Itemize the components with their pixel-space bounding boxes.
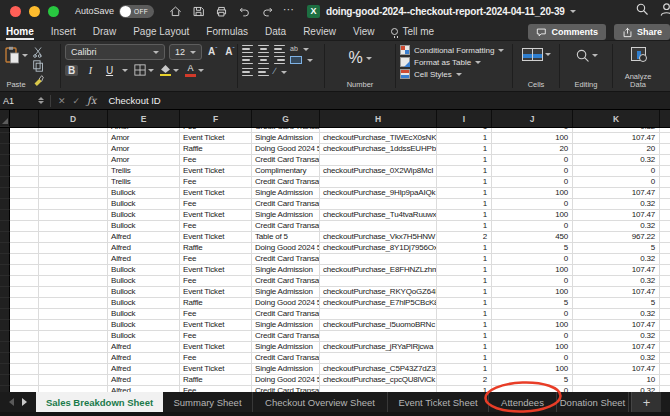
row-header[interactable]: [0, 188, 10, 199]
conditional-formatting-button[interactable]: Conditional Formatting: [400, 45, 508, 55]
cell-c[interactable]: [10, 276, 39, 287]
cell-d[interactable]: [39, 243, 108, 254]
cell-i[interactable]: 1: [437, 199, 492, 210]
cell-e[interactable]: Alfred: [108, 232, 180, 243]
cell-h[interactable]: checkoutPurchase_1ddssEUHPbI: [320, 144, 437, 155]
cell-i[interactable]: 1: [437, 243, 492, 254]
row-header[interactable]: [0, 309, 10, 320]
cell-h[interactable]: [320, 309, 437, 320]
percent-style-button[interactable]: %: [348, 49, 371, 67]
column-header-d[interactable]: D: [39, 110, 108, 127]
cell-f[interactable]: Fee: [180, 177, 252, 188]
sheet-tab-attendees[interactable]: Attendees: [489, 392, 557, 412]
font-name-select[interactable]: Calibri: [65, 44, 165, 60]
borders-button[interactable]: [134, 64, 154, 76]
cell-j[interactable]: 0: [492, 254, 573, 265]
cell-f[interactable]: Event Ticket: [180, 342, 252, 353]
orientation-icon[interactable]: ∕: [274, 66, 276, 76]
cell-g[interactable]: Single Admission: [252, 287, 320, 298]
cell-l[interactable]: [660, 166, 670, 177]
cell-d[interactable]: [39, 133, 108, 144]
cell-h[interactable]: [320, 276, 437, 287]
cell-e[interactable]: Bullock: [108, 188, 180, 199]
previous-sheet-icon[interactable]: [9, 398, 14, 406]
cell-l[interactable]: [660, 276, 670, 287]
row-header[interactable]: [0, 221, 10, 232]
cell-h[interactable]: [320, 353, 437, 364]
row-header[interactable]: [0, 331, 10, 342]
cell-d[interactable]: [39, 364, 108, 375]
bold-button[interactable]: B: [65, 65, 78, 76]
cell-d[interactable]: [39, 166, 108, 177]
cell-c[interactable]: [10, 144, 39, 155]
cell-e[interactable]: Alfred: [108, 342, 180, 353]
cell-j[interactable]: 5: [492, 243, 573, 254]
cell-j[interactable]: 0: [492, 177, 573, 188]
cell-l[interactable]: [660, 298, 670, 309]
cell-l[interactable]: [660, 353, 670, 364]
cell-l[interactable]: [660, 232, 670, 243]
minimize-window-button[interactable]: [29, 6, 40, 17]
row-header[interactable]: [0, 342, 10, 353]
align-left-icon[interactable]: [242, 56, 253, 64]
row-header[interactable]: [0, 144, 10, 155]
cell-j[interactable]: 0: [492, 309, 573, 320]
cell-g[interactable]: Single Admission: [252, 210, 320, 221]
cell-j[interactable]: 100: [492, 287, 573, 298]
cell-f[interactable]: Fee: [180, 254, 252, 265]
row-header[interactable]: [0, 166, 10, 177]
cell-j[interactable]: 0: [492, 221, 573, 232]
cell-f[interactable]: Event Ticket: [180, 320, 252, 331]
cell-j[interactable]: 0: [492, 276, 573, 287]
cell-h[interactable]: checkoutPurchase_cpcQU8lViCk: [320, 375, 437, 386]
cell-l[interactable]: [660, 309, 670, 320]
cell-e[interactable]: Bullock: [108, 287, 180, 298]
cell-j[interactable]: 100: [492, 320, 573, 331]
cell-c[interactable]: [10, 265, 39, 276]
cell-e[interactable]: Amor: [108, 155, 180, 166]
cell-h[interactable]: checkoutPurchase_E8FHNZLzhm: [320, 265, 437, 276]
cell-c[interactable]: [10, 309, 39, 320]
cell-k[interactable]: 0.32: [573, 276, 660, 287]
cell-d[interactable]: [39, 353, 108, 364]
font-size-select[interactable]: 12: [169, 44, 202, 60]
editing-group[interactable]: Editing: [560, 41, 612, 91]
cell-g[interactable]: Table of 5: [252, 232, 320, 243]
cell-j[interactable]: 100: [492, 364, 573, 375]
cell-f[interactable]: Fee: [180, 199, 252, 210]
cell-g[interactable]: Single Admission: [252, 342, 320, 353]
cell-l[interactable]: [660, 375, 670, 386]
ribbon-tab-data[interactable]: Data: [265, 26, 286, 40]
cell-k[interactable]: 0: [573, 177, 660, 188]
merge-center-icon[interactable]: [290, 56, 302, 64]
cell-e[interactable]: Bullock: [108, 309, 180, 320]
cell-d[interactable]: [39, 199, 108, 210]
cell-h[interactable]: checkoutPurchase_0X2Wip8McI: [320, 166, 437, 177]
sheet-tab-sales-breakdown-sheet[interactable]: Sales Breakdown Sheet: [36, 392, 163, 412]
cell-h[interactable]: [320, 331, 437, 342]
row-header[interactable]: [0, 287, 10, 298]
cell-j[interactable]: 100: [492, 133, 573, 144]
cell-g[interactable]: Credit Card Transacti: [252, 199, 320, 210]
cell-k[interactable]: 107.47: [573, 210, 660, 221]
cell-h[interactable]: checkoutPurchase_9Hlp9paAIQk: [320, 188, 437, 199]
column-header-c[interactable]: [10, 110, 39, 127]
cell-d[interactable]: [39, 298, 108, 309]
align-center-icon[interactable]: [258, 56, 269, 64]
enter-icon[interactable]: ✓: [73, 96, 81, 106]
cell-i[interactable]: 1: [437, 320, 492, 331]
cell-g[interactable]: Credit Card Transacti: [252, 221, 320, 232]
cell-g[interactable]: Doing Good 2024 50: [252, 375, 320, 386]
cell-k[interactable]: 0: [573, 166, 660, 177]
cell-c[interactable]: [10, 353, 39, 364]
cell-k[interactable]: 0.32: [573, 309, 660, 320]
cell-f[interactable]: Event Ticket: [180, 166, 252, 177]
title-chevron-icon[interactable]: [570, 10, 576, 13]
cell-i[interactable]: 2: [437, 232, 492, 243]
cell-h[interactable]: checkoutPurchase_8Y1Dj7956Ox: [320, 243, 437, 254]
row-header[interactable]: [0, 353, 10, 364]
cell-e[interactable]: Alfred: [108, 254, 180, 265]
column-header-h[interactable]: H: [320, 110, 437, 127]
cell-e[interactable]: Alfred: [108, 364, 180, 375]
cell-i[interactable]: 1: [437, 276, 492, 287]
